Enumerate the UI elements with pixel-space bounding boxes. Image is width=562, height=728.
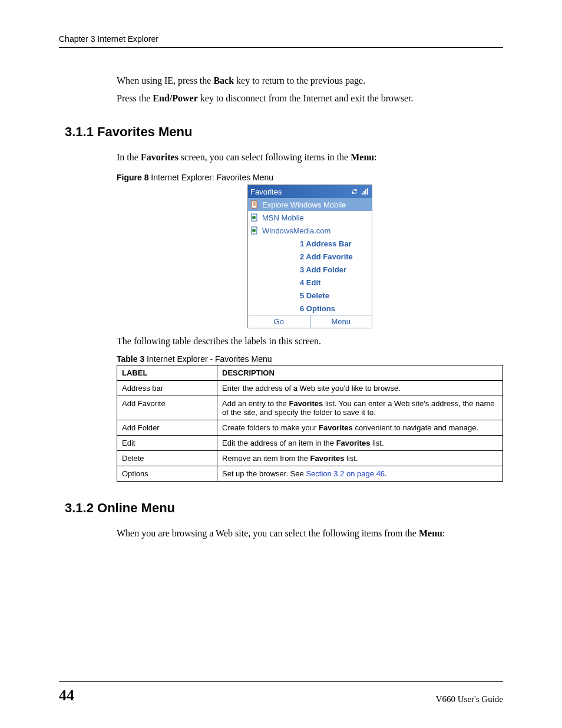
softkey-go[interactable]: Go [248, 315, 310, 328]
phone-softkeys: Go Menu [248, 315, 372, 328]
table-number: Table 3 [117, 354, 144, 364]
col-description: DESCRIPTION [217, 365, 503, 381]
favorites-label: Favorites [141, 152, 178, 162]
favorites-item-label: MSN Mobile [262, 213, 304, 222]
favorites-item[interactable]: MSN Mobile [248, 211, 372, 224]
svg-rect-4 [252, 201, 257, 208]
phone-titlebar: Favorites [248, 185, 372, 198]
page-icon [250, 226, 259, 235]
intro-paragraph-2: Press the End/Power key to disconnect fr… [117, 91, 503, 106]
favorites-item-selected[interactable]: Explore Windows Mobile [248, 198, 372, 211]
menu-label: Menu [351, 152, 374, 162]
favorites-menu-table: LABEL DESCRIPTION Address bar Enter the … [117, 365, 503, 482]
section-311-intro: In the Favorites screen, you can select … [117, 150, 503, 164]
menu-item-options[interactable]: 6 Options [297, 302, 372, 315]
cell-label: Edit [117, 436, 217, 451]
menu-item-add-favorite[interactable]: 2 Add Favorite [297, 250, 372, 263]
phone-screenshot: Favorites Explore Windows Mobile [247, 185, 372, 328]
cell-desc: Enter the address of a Web site you'd li… [217, 381, 503, 396]
table-title: Internet Explorer - Favorites Menu [144, 354, 272, 364]
table-row: Add Favorite Add an entry to the Favorit… [117, 396, 503, 420]
section-312-heading: 3.1.2 Online Menu [65, 500, 503, 516]
cell-label: Address bar [117, 381, 217, 396]
favorites-item-label: WindowsMedia.com [262, 226, 330, 235]
cell-desc: Edit the address of an item in the Favor… [217, 436, 503, 451]
page-icon [250, 213, 259, 222]
menu-item-address-bar[interactable]: 1 Address Bar [297, 237, 372, 250]
svg-rect-3 [367, 188, 368, 195]
cell-label: Add Favorite [117, 396, 217, 420]
softkey-menu[interactable]: Menu [310, 315, 372, 328]
chapter-header: Chapter 3 Internet Explorer [59, 34, 503, 48]
cell-label: Add Folder [117, 420, 217, 436]
section-311-heading: 3.1.1 Favorites Menu [65, 124, 503, 140]
text: When you are browsing a Web site, you ca… [117, 528, 419, 538]
section-312-intro: When you are browsing a Web site, you ca… [117, 526, 503, 541]
back-key-label: Back [213, 75, 234, 85]
text: Press the [117, 93, 153, 103]
table-header-row: LABEL DESCRIPTION [117, 365, 503, 381]
endpower-key-label: End/Power [153, 93, 197, 103]
svg-rect-0 [362, 193, 363, 195]
after-figure-text: The following table describes the labels… [117, 334, 503, 348]
svg-point-8 [252, 229, 256, 232]
cell-desc: Remove an item from the Favorites list. [217, 451, 503, 466]
text: screen, you can select following items i… [178, 152, 351, 162]
table-row: Add Folder Create folders to make your F… [117, 420, 503, 436]
figure-title: Internet Explorer: Favorites Menu [148, 173, 273, 182]
figure-number: Figure 8 [117, 173, 148, 182]
phone-menu-popup: 1 Address Bar 2 Add Favorite 3 Add Folde… [297, 237, 372, 315]
text: key to return to the previous page. [234, 75, 365, 85]
favorites-item[interactable]: WindowsMedia.com [248, 224, 372, 237]
phone-title: Favorites [250, 187, 282, 196]
cell-label: Options [117, 466, 217, 482]
menu-item-delete[interactable]: 5 Delete [297, 289, 372, 302]
cell-label: Delete [117, 451, 217, 466]
svg-point-6 [252, 216, 256, 219]
cell-desc: Set up the browser. See Section 3.2 on p… [217, 466, 503, 482]
sync-icon [351, 187, 359, 196]
signal-icon [361, 187, 369, 196]
table-row: Options Set up the browser. See Section … [117, 466, 503, 482]
menu-item-edit[interactable]: 4 Edit [297, 276, 372, 289]
favorites-item-label: Explore Windows Mobile [262, 200, 346, 209]
svg-rect-1 [363, 191, 365, 195]
text: In the [117, 152, 141, 162]
figure-8-caption: Figure 8 Internet Explorer: Favorites Me… [117, 173, 503, 182]
table-3-caption: Table 3 Internet Explorer - Favorites Me… [117, 354, 503, 364]
page-icon [250, 200, 259, 209]
menu-item-add-folder[interactable]: 3 Add Folder [297, 263, 372, 276]
text: When using IE, press the [117, 75, 213, 85]
text: : [374, 152, 376, 162]
page-number: 44 [59, 687, 74, 704]
guide-name: V660 User's Guide [436, 694, 503, 704]
col-label: LABEL [117, 365, 217, 381]
intro-paragraph-1: When using IE, press the Back key to ret… [117, 74, 503, 88]
table-row: Address bar Enter the address of a Web s… [117, 381, 503, 396]
table-row: Delete Remove an item from the Favorites… [117, 451, 503, 466]
table-row: Edit Edit the address of an item in the … [117, 436, 503, 451]
text: : [442, 528, 445, 538]
svg-rect-2 [365, 189, 366, 195]
menu-label: Menu [419, 528, 442, 538]
cross-ref-link[interactable]: Section 3.2 on page 46 [306, 469, 385, 478]
cell-desc: Create folders to make your Favorites co… [217, 420, 503, 436]
page-footer: 44 V660 User's Guide [59, 681, 503, 704]
text: key to disconnect from the Internet and … [198, 93, 414, 103]
cell-desc: Add an entry to the Favorites list. You … [217, 396, 503, 420]
